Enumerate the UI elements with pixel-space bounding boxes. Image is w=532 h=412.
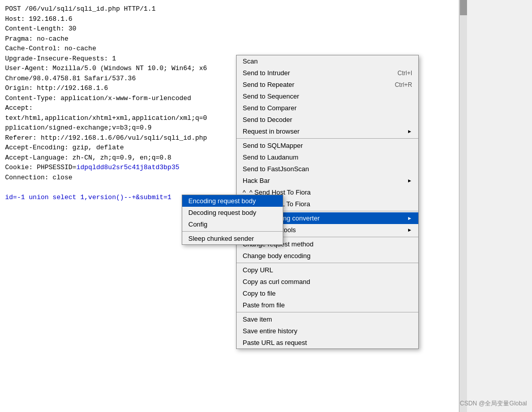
submenu-item-config[interactable]: Config — [182, 218, 283, 230]
chunked-arrow: ► — [407, 215, 412, 221]
submenu-label-decoding-body: Decoding request body — [188, 209, 256, 216]
chunked-submenu: Encoding request body Decoding request b… — [182, 195, 283, 245]
menu-separator-5 — [237, 312, 418, 312]
menu-label-hack-bar: Hack Bar — [243, 177, 270, 184]
menu-item-hack-bar[interactable]: Hack Bar ► — [237, 175, 418, 186]
menu-item-send-repeater[interactable]: Send to Repeater Ctrl+R — [237, 79, 418, 90]
code-line: Cache-Control: no-cache — [5, 44, 462, 54]
menu-label-send-repeater: Send to Repeater — [243, 81, 294, 88]
menu-item-request-browser[interactable]: Request in browser ► — [237, 125, 418, 137]
watermark: CSDN @全局变量Global — [460, 399, 527, 408]
menu-label-change-encoding: Change body encoding — [243, 252, 311, 260]
submenu-arrow: ► — [407, 129, 412, 134]
menu-item-send-decoder[interactable]: Send to Decoder — [237, 114, 418, 125]
menu-label-send-fastjson: Send to FastJsonScan — [243, 165, 309, 173]
submenu-label-sleep-chunked: Sleep chunked sender — [188, 235, 254, 242]
submenu-item-encoding-body[interactable]: Encoding request body — [182, 195, 283, 207]
menu-item-paste-url[interactable]: Paste URL as request — [237, 337, 418, 348]
menu-separator-4 — [237, 263, 418, 263]
menu-separator — [237, 138, 418, 139]
menu-item-copy-url[interactable]: Copy URL — [237, 264, 418, 276]
submenu-item-sleep-chunked[interactable]: Sleep chunked sender — [182, 233, 283, 244]
submenu-item-decoding-body[interactable]: Decoding request body — [182, 207, 283, 218]
menu-label-paste-file: Paste from file — [243, 301, 285, 309]
engagement-arrow: ► — [407, 227, 412, 233]
menu-item-paste-file[interactable]: Paste from file — [237, 299, 418, 311]
menu-label-save-history: Save entire history — [243, 327, 297, 335]
submenu-label-encoding-body: Encoding request body — [188, 197, 256, 205]
menu-item-save-item[interactable]: Save item — [237, 313, 418, 325]
submenu-separator — [182, 231, 283, 232]
menu-item-copy-curl[interactable]: Copy as curl command — [237, 276, 418, 288]
code-line: Pragma: no-cache — [5, 34, 462, 44]
shortcut-intruder: Ctrl+I — [397, 70, 412, 77]
submenu-label-config: Config — [188, 220, 208, 228]
menu-label-copy-url: Copy URL — [243, 266, 273, 274]
menu-item-send-fastjson[interactable]: Send to FastJsonScan — [237, 163, 418, 175]
menu-label-send-sequencer: Send to Sequencer — [243, 92, 299, 100]
code-line: POST /06/vul/sqli/sqli_id.php HTTP/1.1 — [5, 4, 462, 14]
menu-item-send-comparer[interactable]: Send to Comparer — [237, 102, 418, 114]
menu-label-request-browser: Request in browser — [243, 128, 300, 135]
menu-item-send-sequencer[interactable]: Send to Sequencer — [237, 90, 418, 102]
menu-label-save-item: Save item — [243, 315, 272, 323]
menu-item-save-history[interactable]: Save entire history — [237, 325, 418, 337]
scrollbar[interactable] — [459, 0, 467, 412]
cookie-value: idpqldd8u2sr5c41j8atd3bp35 — [76, 164, 179, 171]
menu-label-send-laudanum: Send to Laudanum — [243, 153, 298, 161]
menu-item-copy-file[interactable]: Copy to file — [237, 288, 418, 299]
menu-label-copy-curl: Copy as curl command — [243, 278, 310, 286]
menu-label-scan: Scan — [243, 57, 258, 65]
scrollbar-thumb[interactable] — [460, 0, 467, 15]
menu-label-send-intruder: Send to Intruder — [243, 69, 290, 77]
menu-item-scan[interactable]: Scan — [237, 55, 418, 67]
code-line: Host: 192.168.1.6 — [5, 14, 462, 24]
hackbar-arrow: ► — [407, 178, 412, 183]
menu-item-send-laudanum[interactable]: Send to Laudanum — [237, 151, 418, 163]
menu-label-send-comparer: Send to Comparer — [243, 104, 296, 112]
menu-label-send-sqlmapper: Send to SQLMapper — [243, 142, 303, 149]
menu-label-paste-url: Paste URL as request — [243, 339, 307, 346]
menu-item-change-encoding[interactable]: Change body encoding — [237, 250, 418, 262]
menu-label-send-decoder: Send to Decoder — [243, 116, 292, 123]
menu-label-copy-file: Copy to file — [243, 290, 276, 297]
menu-item-send-intruder[interactable]: Send to Intruder Ctrl+I — [237, 67, 418, 79]
code-line: Content-Length: 30 — [5, 24, 462, 34]
shortcut-repeater: Ctrl+R — [395, 81, 412, 88]
menu-item-send-sqlmapper[interactable]: Send to SQLMapper — [237, 140, 418, 151]
